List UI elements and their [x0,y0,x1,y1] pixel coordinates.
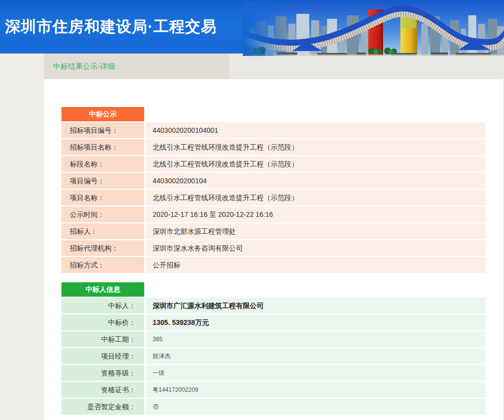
table-row: 是否暂定金额： 否 [61,399,486,415]
table-row: 中标工期： 365 [61,331,486,347]
table-row: 项目经理： 陈泽杰 [61,348,486,364]
page-title: 深圳市住房和建设局·工程交易 [5,16,217,37]
table-row: 资格等级： 一级 [61,365,486,381]
section-bid-announcement: 中标公示 招标项目编号： 44030020200104001 招标项目名称： 北… [61,107,486,273]
section-title-bid-announcement: 中标公示 [61,107,144,121]
content-panel: 中标公示 招标项目编号： 44030020200104001 招标项目名称： 北… [44,79,503,420]
row-label: 中标人： [61,298,144,314]
row-label: 标段名称： [61,156,144,172]
row-value: 44030020200104001 [146,122,486,138]
breadcrumb-tab[interactable]: 中标结果公示-详细 [44,53,229,79]
strip-filler [229,53,504,79]
row-label: 项目名称： [61,190,144,206]
row-label: 招标人： [61,223,144,239]
row-label: 是否暂定金额： [61,399,144,415]
row-label: 招标代理机构： [61,240,144,256]
row-label: 中标工期： [61,331,144,347]
row-value: 2020-12-17 16:16 至 2020-12-22 16:16 [146,207,486,222]
table-row: 招标项目名称： 北线引水工程管线环境改造提升工程（示范段） [61,139,486,155]
row-value: 北线引水工程管线环境改造提升工程（示范段） [146,156,486,172]
row-label: 招标项目编号： [61,122,144,138]
row-value: 北线引水工程管线环境改造提升工程（示范段） [146,190,486,206]
table-row: 标段名称： 北线引水工程管线环境改造提升工程（示范段） [61,156,486,172]
tab-strip: 中标结果公示-详细 [0,53,504,79]
row-label: 中标价： [61,315,144,330]
bid-announcement-table: 招标项目编号： 44030020200104001 招标项目名称： 北线引水工程… [61,122,486,273]
table-row: 中标人： 深圳市广汇源水利建筑工程有限公司 [61,298,486,314]
row-value: 深圳市广汇源水利建筑工程有限公司 [146,298,486,314]
header-cityscape-image [243,1,504,56]
table-row: 招标代理机构： 深圳市深水水务咨询有限公司 [61,240,486,256]
row-value: 公开招标 [146,257,486,273]
table-row: 项目编号： 44030020200104 [61,173,486,189]
row-value: 365 [146,331,486,347]
row-value: 粤144172002209 [146,382,486,398]
row-label: 资格等级： [61,365,144,381]
table-row: 招标方式： 公开招标 [61,257,486,273]
row-label: 公示时间： [61,207,144,222]
row-value: 1305. 539238万元 [146,315,486,330]
table-row: 招标人： 深圳市北部水源工程管理处 [61,223,486,239]
row-value: 深圳市深水水务咨询有限公司 [146,240,486,256]
table-row: 资格证书： 粤144172002209 [61,382,486,398]
section-winner-info: 中标人信息 中标人： 深圳市广汇源水利建筑工程有限公司 中标价： 1305. 5… [61,282,486,415]
row-value: 陈泽杰 [146,348,486,364]
table-row: 公示时间： 2020-12-17 16:16 至 2020-12-22 16:1… [61,207,486,222]
left-gutter [0,53,44,79]
row-label: 招标方式： [61,257,144,273]
table-row: 项目名称： 北线引水工程管线环境改造提升工程（示范段） [61,190,486,206]
row-value: 北线引水工程管线环境改造提升工程（示范段） [146,139,486,155]
row-label: 项目经理： [61,348,144,364]
row-value: 一级 [146,365,486,381]
row-label: 项目编号： [61,173,144,189]
row-value: 深圳市北部水源工程管理处 [146,223,486,239]
row-label: 招标项目名称： [61,139,144,155]
table-row: 中标价： 1305. 539238万元 [61,315,486,330]
winner-info-table: 中标人： 深圳市广汇源水利建筑工程有限公司 中标价： 1305. 539238万… [61,298,486,415]
breadcrumb-label: 中标结果公示-详细 [53,62,115,70]
row-label: 资格证书： [61,382,144,398]
table-row: 招标项目编号： 44030020200104001 [61,122,486,138]
row-value: 44030020200104 [146,173,486,189]
section-title-winner-info: 中标人信息 [61,282,144,297]
row-value: 否 [146,399,486,415]
site-header: 深圳市住房和建设局·工程交易 [0,0,504,53]
